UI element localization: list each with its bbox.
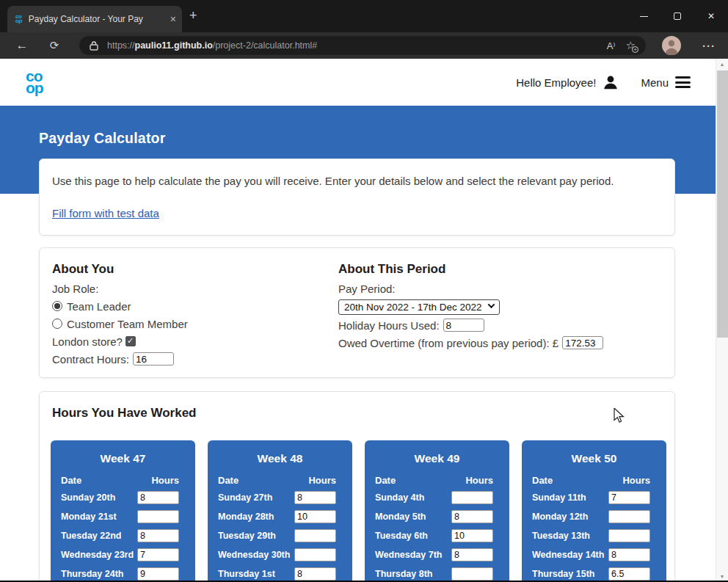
hours-worked-title: Hours You Have Worked xyxy=(40,392,674,421)
about-card: About You Job Role: Team Leader Customer… xyxy=(39,247,675,378)
owed-overtime-row: Owed Overtime (from previous pay period)… xyxy=(338,334,662,352)
intro-card: Use this page to help calculate the pay … xyxy=(39,159,675,236)
hours-input[interactable] xyxy=(137,491,179,504)
radio-icon[interactable] xyxy=(52,319,62,329)
week-card: Week 50DateHoursSunday 11thMonday 12thTu… xyxy=(522,440,666,582)
date-label: Monday 12th xyxy=(532,512,608,522)
week-row: Monday 5th xyxy=(365,507,509,526)
hours-input[interactable] xyxy=(608,548,650,561)
week-row: Wednesday 14th xyxy=(522,545,666,564)
lock-icon xyxy=(90,40,98,51)
hours-input[interactable] xyxy=(137,548,179,561)
header-right: Hello Employee! Menu xyxy=(516,74,691,90)
maximize-button[interactable] xyxy=(660,0,694,32)
date-label: Sunday 4th xyxy=(375,492,451,503)
minimize-button[interactable] xyxy=(627,0,660,32)
read-aloud-icon[interactable]: A⁾ xyxy=(607,40,616,51)
hours-input[interactable] xyxy=(451,529,493,542)
fill-test-data-link[interactable]: Fill form with test data xyxy=(52,207,159,219)
hours-input[interactable] xyxy=(608,529,650,542)
scroll-down-icon[interactable]: ▼ xyxy=(716,574,728,579)
date-label: Wednesday 30th xyxy=(218,550,294,560)
london-store-checkbox[interactable] xyxy=(125,336,136,346)
browser-tab[interactable]: coop Payday Calculator - Your Pay × xyxy=(7,6,182,32)
week-table-header: DateHours xyxy=(365,475,509,486)
maximize-icon xyxy=(674,12,681,20)
date-label: Wednesday 7th xyxy=(375,550,451,560)
intro-text: Use this page to help calculate the pay … xyxy=(52,175,662,187)
date-label: Thursday 15th xyxy=(532,569,608,579)
pay-period-select[interactable]: 20th Nov 2022 - 17th Dec 2022 xyxy=(338,299,500,315)
hamburger-menu-icon[interactable] xyxy=(675,76,691,88)
radio-team-leader[interactable]: Team Leader xyxy=(52,297,338,315)
hours-input[interactable] xyxy=(137,510,179,523)
week-row: Tuesday 29th xyxy=(208,526,352,545)
date-label: Wednesday 14th xyxy=(532,550,608,560)
address-bar[interactable]: https://paulio11.github.io/project-2/cal… xyxy=(79,36,646,55)
hours-input[interactable] xyxy=(608,510,650,523)
week-title: Week 49 xyxy=(365,452,509,468)
date-label: Tuesday 22nd xyxy=(61,531,137,541)
hours-input[interactable] xyxy=(451,548,493,561)
week-card: Week 48DateHoursSunday 27thMonday 28thTu… xyxy=(208,440,352,582)
week-row: Sunday 11th xyxy=(522,488,666,507)
hours-input[interactable] xyxy=(294,510,336,523)
contract-hours-row: Contract Hours: xyxy=(52,350,338,368)
contract-hours-input[interactable] xyxy=(133,352,174,365)
hours-input[interactable] xyxy=(451,491,493,504)
radio-icon[interactable] xyxy=(52,301,62,311)
scrollbar-thumb[interactable] xyxy=(717,70,728,338)
browser-toolbar: ← ⟳ https://paulio11.github.io/project-2… xyxy=(0,32,728,59)
owed-overtime-input[interactable] xyxy=(562,336,603,349)
hours-input[interactable] xyxy=(294,548,336,561)
hours-input[interactable] xyxy=(137,529,179,542)
radio-customer-team-member[interactable]: Customer Team Member xyxy=(52,315,338,332)
close-button[interactable]: ✕ xyxy=(694,0,728,32)
col-hours: Hours xyxy=(465,475,493,486)
scroll-up-icon[interactable]: ▲ xyxy=(716,62,728,67)
favorites-star-icon[interactable]: ☆+ xyxy=(626,39,636,52)
date-label: Tuesday 29th xyxy=(218,531,294,541)
new-tab-button[interactable]: + xyxy=(189,8,197,23)
hours-input[interactable] xyxy=(451,567,493,581)
col-date: Date xyxy=(61,475,81,486)
date-label: Sunday 27th xyxy=(218,492,294,503)
browser-titlebar: coop Payday Calculator - Your Pay × + ✕ xyxy=(0,0,728,32)
profile-avatar[interactable] xyxy=(662,36,681,55)
col-hours: Hours xyxy=(622,475,650,486)
menu-label[interactable]: Menu xyxy=(641,76,669,89)
week-row: Thursday 15th xyxy=(522,564,666,582)
hours-input[interactable] xyxy=(294,491,336,504)
user-icon xyxy=(603,74,619,90)
week-title: Week 48 xyxy=(208,452,352,468)
back-icon[interactable]: ← xyxy=(10,32,34,59)
holiday-hours-input[interactable] xyxy=(443,319,484,332)
more-menu-icon[interactable]: ··· xyxy=(696,32,722,59)
url-text[interactable]: https://paulio11.github.io/project-2/cal… xyxy=(107,40,601,51)
week-row: Wednesday 7th xyxy=(365,545,509,564)
job-role-label: Job Role: xyxy=(52,280,338,297)
refresh-icon[interactable]: ⟳ xyxy=(43,32,66,59)
coop-logo[interactable]: co op xyxy=(26,70,43,95)
scrollbar[interactable]: ▲ ▼ xyxy=(716,59,728,582)
week-table-header: DateHours xyxy=(51,475,195,486)
col-date: Date xyxy=(375,475,396,486)
week-row: Sunday 27th xyxy=(208,488,352,507)
hours-input[interactable] xyxy=(137,567,179,581)
hours-input[interactable] xyxy=(608,567,650,581)
hours-input[interactable] xyxy=(608,491,650,504)
week-row: Monday 12th xyxy=(522,507,666,526)
minimize-icon xyxy=(640,16,648,17)
browser-window: coop Payday Calculator - Your Pay × + ✕ … xyxy=(0,0,728,582)
tab-close-icon[interactable]: × xyxy=(170,13,176,25)
about-period-title: About This Period xyxy=(338,262,662,280)
hours-input[interactable] xyxy=(451,510,493,523)
owed-overtime-label: Owed Overtime (from previous pay period)… xyxy=(338,337,558,349)
hours-input[interactable] xyxy=(294,529,336,542)
week-row: Thursday 24th xyxy=(51,564,195,582)
date-label: Sunday 11th xyxy=(532,492,608,503)
col-date: Date xyxy=(532,475,553,486)
week-row: Wednesday 23rd xyxy=(51,545,195,564)
hours-input[interactable] xyxy=(294,567,336,581)
week-row: Tuesday 6th xyxy=(365,526,509,545)
